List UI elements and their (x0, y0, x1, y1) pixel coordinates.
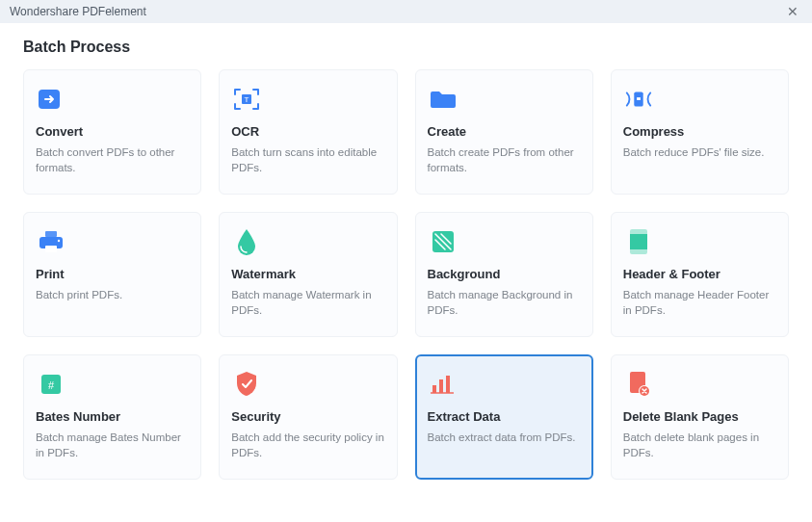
card-title: OCR (231, 124, 384, 139)
app-title: Wondershare PDFelement (10, 5, 146, 18)
svg-rect-12 (630, 249, 647, 254)
card-convert[interactable]: ConvertBatch convert PDFs to other forma… (23, 69, 201, 195)
card-desc: Batch convert PDFs to other formats. (36, 144, 189, 175)
card-title: Compress (623, 124, 776, 139)
svg-rect-17 (446, 376, 450, 393)
card-desc: Batch reduce PDFs' file size. (623, 144, 776, 160)
card-desc: Batch create PDFs from other formats. (428, 144, 581, 175)
svg-rect-6 (45, 231, 57, 237)
card-title: Extract Data (428, 409, 581, 424)
card-print[interactable]: PrintBatch print PDFs. (23, 212, 201, 337)
card-desc: Batch add the security policy in PDFs. (231, 430, 384, 460)
svg-rect-4 (637, 97, 641, 100)
card-title: Header & Footer (623, 267, 776, 281)
card-title: Bates Number (36, 409, 189, 424)
convert-icon (36, 84, 66, 115)
background-icon (428, 226, 458, 257)
print-icon (36, 226, 66, 257)
svg-rect-7 (45, 246, 57, 252)
svg-text:#: # (48, 379, 55, 391)
card-bates-number[interactable]: #Bates NumberBatch manage Bates Number i… (23, 354, 201, 480)
svg-point-8 (58, 240, 60, 242)
card-title: Background (428, 267, 581, 281)
page-title: Batch Process (23, 39, 789, 56)
extract-icon (428, 369, 458, 400)
card-header-footer[interactable]: Header & FooterBatch manage Header Foote… (611, 212, 789, 337)
card-desc: Batch manage Header Footer in PDFs. (623, 287, 776, 318)
svg-rect-16 (439, 379, 443, 393)
card-grid: ConvertBatch convert PDFs to other forma… (23, 69, 789, 480)
card-title: Watermark (231, 267, 384, 281)
watermark-icon (231, 226, 262, 257)
svg-text:T: T (245, 95, 249, 104)
card-title: Delete Blank Pages (623, 409, 776, 424)
card-title: Security (231, 409, 384, 424)
card-desc: Batch delete blank pages in PDFs. (623, 430, 776, 460)
card-desc: Batch print PDFs. (36, 287, 189, 302)
bates-icon: # (36, 369, 66, 400)
svg-rect-15 (432, 385, 436, 393)
create-icon (428, 84, 458, 115)
card-compress[interactable]: CompressBatch reduce PDFs' file size. (611, 69, 789, 195)
card-background[interactable]: BackgroundBatch manage Background in PDF… (415, 212, 593, 337)
card-title: Convert (36, 124, 189, 139)
card-extract-data[interactable]: Extract DataBatch extract data from PDFs… (415, 354, 593, 480)
ocr-icon: T (231, 84, 262, 115)
delete-blank-icon (623, 369, 654, 400)
close-icon[interactable]: ✕ (783, 4, 802, 19)
content-area: Batch Process ConvertBatch convert PDFs … (0, 23, 812, 499)
card-desc: Batch turn scans into editable PDFs. (231, 144, 384, 175)
svg-rect-11 (630, 229, 647, 234)
card-watermark[interactable]: WatermarkBatch manage Watermark in PDFs. (219, 212, 397, 337)
card-title: Print (36, 267, 189, 281)
card-ocr[interactable]: TOCRBatch turn scans into editable PDFs. (219, 69, 397, 195)
card-desc: Batch manage Watermark in PDFs. (231, 287, 384, 318)
card-security[interactable]: SecurityBatch add the security policy in… (219, 354, 397, 480)
compress-icon (623, 84, 654, 115)
card-title: Create (428, 124, 581, 139)
header-footer-icon (623, 226, 654, 257)
titlebar: Wondershare PDFelement ✕ (0, 0, 812, 23)
card-desc: Batch manage Bates Number in PDFs. (36, 430, 189, 460)
card-create[interactable]: CreateBatch create PDFs from other forma… (415, 69, 593, 195)
card-desc: Batch manage Background in PDFs. (428, 287, 581, 318)
card-desc: Batch extract data from PDFs. (428, 430, 581, 445)
security-icon (231, 369, 262, 400)
card-delete-blank[interactable]: Delete Blank PagesBatch delete blank pag… (611, 354, 789, 480)
